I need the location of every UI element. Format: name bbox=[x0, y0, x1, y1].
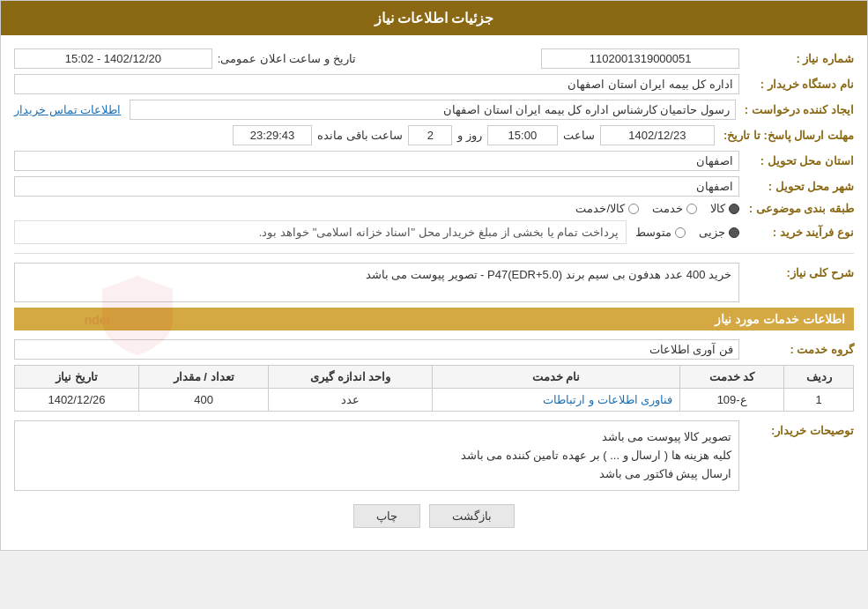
label-roz: روز و bbox=[452, 129, 487, 142]
value-mohlat-mande: 23:29:43 bbox=[233, 125, 312, 145]
buttons-row: بازگشت چاپ bbox=[14, 504, 854, 528]
radio-khadamat[interactable]: خدمت bbox=[652, 202, 697, 215]
radio-kala-khadamat-label: کالا/خدمت bbox=[575, 202, 625, 215]
value-rasool: رسول حاتمیان کارشناس اداره کل بیمه ایران… bbox=[130, 100, 736, 120]
radio-motevaset[interactable]: متوسط bbox=[635, 226, 686, 239]
radio-khadamat-circle bbox=[686, 204, 697, 214]
value-mohlat-roz: 2 bbox=[408, 125, 452, 145]
th-vahed: واحد اندازه گیری bbox=[269, 366, 433, 389]
radio-motevaset-label: متوسط bbox=[635, 226, 671, 239]
td-tedad: 400 bbox=[138, 389, 268, 412]
value-tarikh: 1402/12/20 - 15:02 bbox=[14, 48, 212, 69]
th-tarikh: تاریخ نیاز bbox=[15, 366, 139, 389]
radio-jazii-label: جزیی bbox=[699, 226, 725, 239]
row-tosifat: توصیحات خریدار: تصویر کالا پیوست می باشد… bbox=[14, 420, 854, 491]
value-groh: فن آوری اطلاعات bbox=[14, 339, 739, 360]
row-namDastgah: نام دستگاه خریدار : اداره کل بیمه ایران … bbox=[14, 74, 854, 94]
page-header: جزئیات اطلاعات نیاز bbox=[1, 1, 867, 35]
section-ettelaat: اطلاعات خدمات مورد نیاز bbox=[14, 308, 854, 330]
note-line-1: تصویر کالا پیوست می باشد bbox=[22, 428, 731, 447]
radio-jazii[interactable]: جزیی bbox=[699, 226, 739, 239]
th-radif: ردیف bbox=[784, 366, 854, 389]
row-ostan: استان محل تحویل : اصفهان bbox=[14, 151, 854, 171]
radio-kala[interactable]: کالا bbox=[710, 202, 739, 215]
td-namKhadamat: فناوری اطلاعات و ارتباطات bbox=[433, 389, 680, 412]
label-ijad: ایجاد کننده درخواست : bbox=[736, 103, 854, 116]
radio-kala-circle bbox=[729, 204, 739, 214]
value-mohlat-saat: 15:00 bbox=[487, 125, 558, 145]
table-header-row: ردیف کد خدمت نام خدمت واحد اندازه گیری ت… bbox=[15, 366, 854, 389]
row-shomareNiaz: شماره نیاز : 1102001319000051 تاریخ و سا… bbox=[14, 48, 854, 69]
label-shahr: شهر محل تحویل : bbox=[739, 180, 854, 193]
sharh-container: AnaElender خرید 400 عدد هدفون بی سیم برن… bbox=[14, 263, 739, 302]
row-ijad: ایجاد کننده درخواست : رسول حاتمیان کارشن… bbox=[14, 100, 854, 120]
th-namKhadamat: نام خدمت bbox=[433, 366, 680, 389]
radio-kala-khadamat-circle bbox=[628, 204, 639, 214]
td-vahed: عدد bbox=[269, 389, 433, 412]
link-ettelaatTamas[interactable]: اطلاعات تماس خریدار bbox=[14, 103, 121, 116]
label-sharh: شرح کلی نیاز: bbox=[739, 263, 854, 279]
radio-motevaset-circle bbox=[675, 227, 686, 238]
label-tarikh: تاریخ و ساعت اعلان عمومی: bbox=[212, 52, 356, 65]
page-title: جزئیات اطلاعات نیاز bbox=[375, 11, 494, 26]
services-table: ردیف کد خدمت نام خدمت واحد اندازه گیری ت… bbox=[14, 365, 854, 412]
td-tarikh: 1402/12/26 bbox=[15, 389, 139, 412]
value-shomareNiaz: 1102001319000051 bbox=[541, 48, 739, 69]
sharh-koli-value: خرید 400 عدد هدفون بی سیم برند (EDR+5.0)… bbox=[14, 263, 739, 302]
back-button[interactable]: بازگشت bbox=[429, 504, 515, 528]
table-row: 1 ع-109 فناوری اطلاعات و ارتباطات عدد 40… bbox=[15, 389, 854, 412]
th-tedad: تعداد / مقدار bbox=[138, 366, 268, 389]
label-mande: ساعت باقی مانده bbox=[312, 129, 408, 142]
table-body: 1 ع-109 فناوری اطلاعات و ارتباطات عدد 40… bbox=[15, 389, 854, 412]
label-saat: ساعت bbox=[558, 129, 600, 142]
radio-khadamat-label: خدمت bbox=[652, 202, 683, 215]
row-mohlat: مهلت ارسال پاسخ: تا تاریخ: 1402/12/23 سا… bbox=[14, 125, 854, 145]
main-content: شماره نیاز : 1102001319000051 تاریخ و سا… bbox=[1, 35, 867, 550]
label-ostan: استان محل تحویل : bbox=[739, 154, 854, 167]
note-line-2: کلیه هزینه ها ( ارسال و ... ) بر عهده تا… bbox=[22, 447, 731, 465]
row-noefarayand: نوع فرآیند خرید : جزیی متوسط پرداخت تمام… bbox=[14, 220, 854, 244]
label-noefarayand: نوع فرآیند خرید : bbox=[739, 226, 854, 239]
note-line-3: ارسال پیش فاکتور می باشد bbox=[22, 465, 731, 484]
row-sharh: شرح کلی نیاز: AnaElender خرید 400 عدد هد… bbox=[14, 263, 854, 302]
noe-radio-group: جزیی متوسط bbox=[635, 226, 739, 239]
value-mohlat-date: 1402/12/23 bbox=[600, 125, 715, 145]
value-shahr: اصفهان bbox=[14, 176, 739, 197]
label-mohlat: مهلت ارسال پاسخ: تا تاریخ: bbox=[715, 129, 854, 142]
separator-1 bbox=[14, 253, 854, 254]
row-groh: گروه خدمت : فن آوری اطلاعات bbox=[14, 339, 854, 360]
value-namDastgah: اداره کل بیمه ایران استان اصفهان bbox=[14, 74, 739, 94]
row-tabaqe: طبقه بندی موضوعی : کالا خدمت کالا/خدمت bbox=[14, 202, 854, 215]
label-groh: گروه خدمت : bbox=[739, 343, 854, 356]
radio-jazii-circle bbox=[729, 227, 739, 238]
table-head: ردیف کد خدمت نام خدمت واحد اندازه گیری ت… bbox=[15, 366, 854, 389]
th-kodKhadamat: کد خدمت bbox=[680, 366, 784, 389]
buyer-notes-value: تصویر کالا پیوست می باشد کلیه هزینه ها (… bbox=[14, 420, 739, 491]
label-tabaqe: طبقه بندی موضوعی : bbox=[739, 202, 854, 215]
label-shomareNiaz: شماره نیاز : bbox=[739, 52, 854, 65]
td-kodKhadamat: ع-109 bbox=[680, 389, 784, 412]
page-container: جزئیات اطلاعات نیاز شماره نیاز : 1102001… bbox=[0, 0, 868, 551]
radio-kala-khadamat[interactable]: کالا/خدمت bbox=[575, 202, 639, 215]
noe-notice: پرداخت تمام یا بخشی از مبلغ خریدار محل "… bbox=[14, 220, 627, 244]
print-button[interactable]: چاپ bbox=[353, 504, 420, 528]
radio-kala-label: کالا bbox=[710, 202, 725, 215]
label-namDastgah: نام دستگاه خریدار : bbox=[739, 78, 854, 91]
value-ostan: اصفهان bbox=[14, 151, 739, 171]
td-radif: 1 bbox=[784, 389, 854, 412]
label-tosifat: توصیحات خریدار: bbox=[739, 420, 854, 437]
row-shahr: شهر محل تحویل : اصفهان bbox=[14, 176, 854, 197]
tabaqe-radio-group: کالا خدمت کالا/خدمت bbox=[575, 202, 739, 215]
